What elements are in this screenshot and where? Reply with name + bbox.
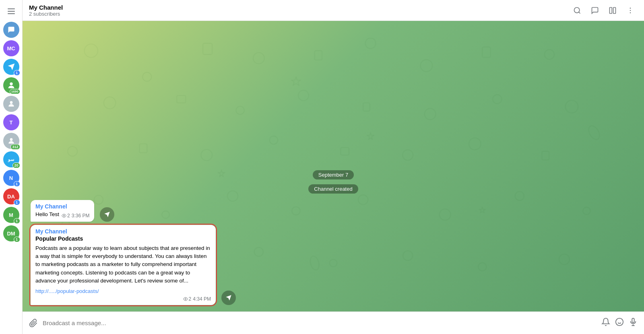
arabic-avatar[interactable]: سو 20 [3,151,19,167]
svg-point-52 [586,124,602,141]
message-views-2: 2 [183,296,192,302]
message-row-2: My Channel Popular Podcasts Podcasts are… [31,225,636,305]
messages-container: September 7 Channel created My Channel H… [23,164,644,312]
svg-point-4 [10,101,12,104]
menu-button[interactable] [3,3,19,19]
svg-rect-8 [613,7,616,13]
message-meta-1: 2 3:36 PM [62,213,89,219]
svg-rect-2 [8,13,15,14]
svg-point-13 [142,72,151,81]
svg-point-6 [574,7,580,12]
svg-rect-16 [315,51,322,60]
m-avatar[interactable]: M 1 [3,207,19,223]
svg-point-9 [630,7,631,8]
svg-rect-60 [632,318,634,323]
discussions-button[interactable] [588,3,602,18]
svg-point-3 [10,82,12,85]
message-bubble-2[interactable]: My Channel Popular Podcasts Podcasts are… [31,225,216,305]
message-input[interactable] [43,320,597,326]
svg-point-28 [566,100,578,113]
svg-rect-19 [482,47,490,58]
svg-point-11 [630,12,631,13]
t-avatar[interactable]: T [3,114,19,130]
svg-point-55 [64,215,65,216]
svg-point-17 [365,38,376,49]
message-link-2[interactable]: http://.....​/popular-podcasts/ [35,288,99,294]
forward-button-1[interactable] [100,207,114,222]
svg-point-27 [493,95,502,103]
person-avatar[interactable] [3,96,19,112]
chat-header: My Channel 2 subscribers [23,0,644,21]
message-time-2: 4:34 PM [193,296,211,302]
attach-button[interactable] [29,319,38,328]
svg-rect-1 [8,11,15,12]
main-content: My Channel 2 subscribers [23,0,644,334]
header-actions [570,3,638,18]
arabic-badge: 20 [12,163,20,168]
svg-point-12 [85,44,98,57]
svg-rect-0 [8,8,15,9]
da-avatar[interactable]: DA 1 [3,188,19,204]
svg-point-18 [421,60,433,72]
more-button[interactable] [623,3,638,18]
message-text-1: Hello Test [35,210,59,219]
mic-icon[interactable] [629,318,638,328]
svg-point-5 [10,138,12,141]
n-badge: 1 [14,181,20,187]
green-badge: 1690 [10,89,20,94]
n-avatar[interactable]: N 1 [3,170,19,186]
telegram-avatar[interactable]: 1 [3,59,19,75]
search-button[interactable] [570,3,584,18]
sidebar: MC 1 1690 T 312 سو 20 N 1 DA 1 M 1 [0,0,23,334]
bottom-badge: 312 [10,144,20,150]
message-time-1: 3:36 PM [72,213,90,219]
channel-name-2: My Channel [35,228,211,235]
svg-point-31 [201,149,212,161]
message-row-1: My Channel Hello Test 2 3:36 PM [31,200,636,222]
svg-rect-7 [610,7,612,13]
bottom-person-avatar[interactable]: 312 [3,133,19,149]
channel-subtitle: 2 subscribers [29,11,565,17]
emoji-icon[interactable] [615,318,624,328]
svg-point-23 [236,106,244,114]
mc-avatar[interactable]: MC [3,40,19,56]
svg-rect-30 [140,144,147,153]
input-right-icons [601,318,638,328]
da-badge: 1 [14,200,20,205]
svg-point-15 [253,53,264,64]
svg-point-35 [469,138,481,150]
svg-point-57 [616,318,623,326]
svg-point-21 [104,97,116,109]
svg-point-24 [298,90,309,101]
m-badge: 1 [14,218,20,224]
svg-point-20 [545,49,554,59]
svg-rect-22 [177,95,186,103]
channel-title: My Channel [29,4,565,11]
system-message: Channel created [308,184,358,194]
dm-badge: 1 [14,237,20,242]
forward-button-2[interactable] [221,291,236,305]
message-bubble-1[interactable]: My Channel Hello Test 2 3:36 PM [31,200,94,222]
message-title-2: Popular Podcasts [35,235,211,242]
svg-point-56 [185,299,186,300]
bell-icon[interactable] [601,318,610,328]
message-text-2: Podcasts are a popular way to learn abou… [35,244,211,285]
svg-rect-36 [542,151,549,160]
message-views-1: 2 [62,213,70,219]
chat-area: September 7 Channel created My Channel H… [23,21,644,311]
green-avatar[interactable]: 1690 [3,77,19,93]
svg-point-26 [425,109,436,120]
dm-avatar[interactable]: DM 1 [3,225,19,241]
svg-point-32 [270,136,278,144]
header-info: My Channel 2 subscribers [29,4,565,17]
date-separator: September 7 [313,170,354,179]
columns-button[interactable] [605,3,620,18]
input-bar [23,311,644,334]
svg-rect-14 [203,43,212,55]
svg-point-34 [402,150,413,160]
svg-rect-25 [363,103,370,111]
svg-point-10 [630,10,631,11]
telegram-badge: 1 [14,70,20,76]
svg-rect-33 [341,148,349,155]
saved-messages-avatar[interactable] [3,22,19,38]
